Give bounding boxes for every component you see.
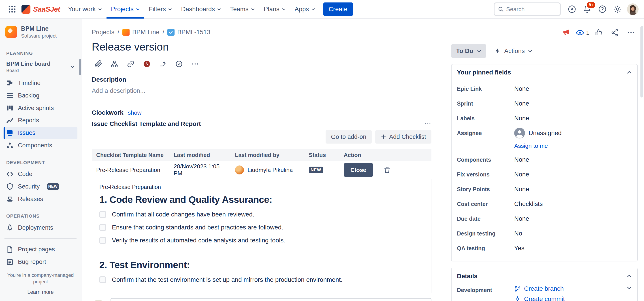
watchers[interactable]: 1 <box>576 28 590 37</box>
smart-checklist-button[interactable] <box>172 58 186 70</box>
vote-button[interactable] <box>592 26 606 39</box>
checkbox[interactable] <box>99 211 106 218</box>
search-input[interactable] <box>506 6 556 13</box>
field-value[interactable]: Unassigned <box>514 128 562 138</box>
nav-teams[interactable]: Teams <box>226 0 259 18</box>
more-actions-button[interactable] <box>624 26 638 39</box>
sidebar-item-bug-report[interactable]: Bug report <box>4 256 78 268</box>
create-branch-link[interactable]: Create branch <box>514 285 626 292</box>
share-button[interactable] <box>608 26 622 39</box>
sidebar-item-issues[interactable]: Issues <box>4 127 78 139</box>
issue-title[interactable]: Release version <box>92 40 432 54</box>
discover-button[interactable] <box>565 2 579 16</box>
actions-dropdown[interactable]: Actions <box>494 47 532 54</box>
description-placeholder[interactable]: Add a description... <box>92 87 432 94</box>
sidebar-item-components[interactable]: Components <box>4 139 78 152</box>
nav-apps-label: Apps <box>295 5 309 13</box>
sidebar-item-reports[interactable]: Reports <box>4 114 78 127</box>
search-box[interactable] <box>494 2 561 16</box>
window-scrollbar[interactable] <box>640 26 643 97</box>
checkbox[interactable] <box>99 224 106 231</box>
field-value[interactable]: None <box>514 171 529 178</box>
status-dropdown[interactable]: To Do <box>451 44 486 58</box>
checkbox[interactable] <box>99 237 106 244</box>
feedback-button[interactable] <box>560 26 573 39</box>
sidebar-item-label: Project pages <box>18 246 55 253</box>
development-expand-button[interactable] <box>626 285 632 291</box>
field-value[interactable]: None <box>514 186 529 193</box>
field-value[interactable]: None <box>514 115 529 122</box>
go-to-addon-button[interactable]: Go to add-on <box>326 130 372 144</box>
nav-plans[interactable]: Plans <box>259 0 290 18</box>
create-commit-link[interactable]: Create commit <box>514 296 626 301</box>
help-button[interactable] <box>596 2 609 16</box>
delete-checklist-button[interactable] <box>383 166 391 174</box>
sidebar-scrollbar[interactable] <box>79 59 81 75</box>
breadcrumb-projects[interactable]: Projects <box>92 29 114 36</box>
learn-more-link[interactable]: Learn more <box>27 289 54 295</box>
create-button[interactable]: Create <box>323 2 353 16</box>
saasjet-logo[interactable]: SaaSJet <box>19 5 64 14</box>
nav-projects[interactable]: Projects <box>106 0 144 18</box>
checklist-panel: Pre-Release Preparation 1. Code Review a… <box>92 179 432 293</box>
nav-filters[interactable]: Filters <box>144 0 176 18</box>
more-button[interactable] <box>188 58 202 70</box>
field-value[interactable]: None <box>514 156 529 163</box>
chevron-down-icon <box>477 49 481 53</box>
clockwork-section: Clockwork show <box>92 109 432 116</box>
field-value[interactable]: None <box>514 100 529 107</box>
timeline-icon <box>6 79 14 86</box>
last-modified-cell: 28/Nov/2023 1:05 PM <box>169 163 230 177</box>
add-checklist-button[interactable]: Add Checklist <box>375 130 432 144</box>
sidebar-item-active-sprints[interactable]: Active sprints <box>4 102 78 114</box>
sidebar-item-deployments[interactable]: Deployments <box>4 221 78 234</box>
breadcrumb-project[interactable]: BPM Line <box>132 29 159 36</box>
checkbox[interactable] <box>99 277 106 283</box>
sidebar-item-backlog[interactable]: Backlog <box>4 89 78 102</box>
attach-button[interactable] <box>92 58 105 70</box>
settings-button[interactable] <box>611 2 624 16</box>
issue-header-actions: 1 <box>451 27 638 38</box>
app-window: SaaSJet Your work Projects Filters Dashb… <box>0 0 644 301</box>
sidebar-item-releases[interactable]: Releases <box>4 193 78 205</box>
checklist-item: Confirm that all code changes have been … <box>99 211 424 218</box>
more-icon <box>627 28 635 37</box>
sidebar-item-timeline[interactable]: Timeline <box>4 77 78 89</box>
sidebar-item-label: Releases <box>18 196 43 203</box>
template-name-cell[interactable]: Pre-Release Preparation <box>92 167 169 174</box>
link-issue-button[interactable] <box>124 58 138 70</box>
clockwork-app-button[interactable] <box>140 58 154 70</box>
sidebar-item-project-pages[interactable]: Project pages <box>4 243 78 256</box>
sidebar-item-label: Bug report <box>18 259 46 266</box>
comment-input[interactable] <box>110 298 432 301</box>
board-switcher[interactable]: BPM Line board Board <box>4 59 78 75</box>
sidebar-item-security[interactable]: Security NEW <box>4 180 78 193</box>
nav-your-work[interactable]: Your work <box>64 0 106 18</box>
project-sidebar: BPM Line Software project PLANNING BPM L… <box>0 19 82 301</box>
field-value[interactable]: Checklists <box>514 200 543 208</box>
field-value[interactable]: Yes <box>514 245 524 252</box>
checklist-app-more-button[interactable] <box>424 120 432 127</box>
profile-button[interactable] <box>626 2 640 16</box>
details-header[interactable]: Details <box>452 268 637 284</box>
project-type: Software project <box>21 33 56 39</box>
field-value[interactable]: None <box>514 215 529 222</box>
nav-dashboards[interactable]: Dashboards <box>176 0 226 18</box>
app-switcher-button[interactable] <box>5 2 19 16</box>
breadcrumb-issue-key[interactable]: BPML-1513 <box>177 29 210 36</box>
sidebar-item-label: Security <box>18 183 40 190</box>
clockwork-show-link[interactable]: show <box>128 109 142 116</box>
field-value[interactable]: None <box>514 85 529 92</box>
add-checklist-label: Add Checklist <box>389 133 426 140</box>
workflow-button[interactable] <box>156 58 170 70</box>
pinned-fields-header[interactable]: Your pinned fields <box>452 64 637 80</box>
nav-apps[interactable]: Apps <box>290 0 320 18</box>
assign-to-me-link[interactable]: Assign to me <box>514 142 548 149</box>
notifications-button[interactable]: 9+ <box>580 2 594 16</box>
field-value[interactable]: No <box>514 230 522 237</box>
close-checklist-button[interactable]: Close <box>344 163 373 177</box>
details-title: Details <box>457 273 478 280</box>
field-row-labels: Labels None <box>457 111 632 126</box>
sidebar-item-code[interactable]: Code <box>4 168 78 180</box>
add-child-issue-button[interactable] <box>108 58 121 70</box>
